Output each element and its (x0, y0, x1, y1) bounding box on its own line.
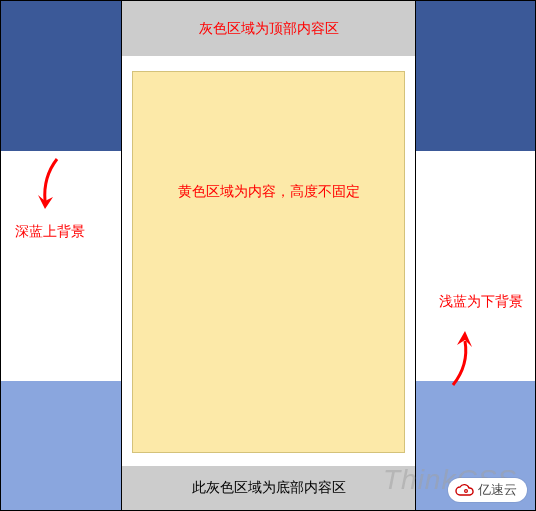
gap (122, 56, 415, 71)
arrow-right-up-icon (445, 321, 475, 387)
cloud-icon (454, 483, 474, 497)
diagram-canvas: 灰色区域为顶部内容区 黄色区域为内容，高度不固定 此灰色区域为底部内容区 深蓝上… (0, 0, 536, 511)
annotation-left-label: 深蓝上背景 (15, 223, 85, 241)
svg-point-0 (465, 490, 468, 493)
bottom-area-label: 此灰色区域为底部内容区 (192, 479, 346, 497)
brand-chip: 亿速云 (448, 478, 527, 502)
yellow-content-area: 黄色区域为内容，高度不固定 (132, 71, 405, 453)
annotation-right-label: 浅蓝为下背景 (439, 293, 523, 311)
arrow-left-down-icon (35, 157, 65, 217)
top-gray-content-area: 灰色区域为顶部内容区 (122, 1, 415, 56)
center-content-column: 灰色区域为顶部内容区 黄色区域为内容，高度不固定 此灰色区域为底部内容区 (121, 1, 416, 510)
top-area-label: 灰色区域为顶部内容区 (199, 20, 339, 38)
bottom-gray-content-area: 此灰色区域为底部内容区 (122, 466, 415, 510)
yellow-area-label: 黄色区域为内容，高度不固定 (178, 183, 360, 201)
brand-label: 亿速云 (478, 481, 517, 499)
